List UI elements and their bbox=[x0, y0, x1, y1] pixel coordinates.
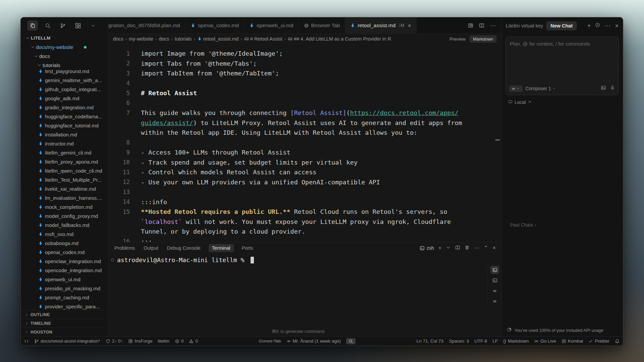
history-icon[interactable] bbox=[595, 22, 600, 29]
notifications[interactable] bbox=[615, 339, 620, 344]
litellm-status[interactable]: litellm bbox=[158, 339, 169, 344]
more-actions-icon[interactable]: ⋯ bbox=[604, 23, 610, 29]
terminal-body[interactable]: astrodevil@Astro-Mac-mini litellm % ⌘K t… bbox=[108, 254, 501, 336]
remote-indicator[interactable] bbox=[24, 339, 29, 344]
editor-tab[interactable]: retool_assist.md↓M× bbox=[345, 17, 416, 34]
sidebar-section-houston[interactable]: HOUSTON bbox=[21, 327, 108, 336]
terminal-tab-ports[interactable]: Ports bbox=[241, 244, 254, 252]
tree-file-item[interactable]: openweb_ui.md bbox=[21, 275, 108, 284]
go-live[interactable]: Go Live bbox=[534, 339, 556, 344]
activity-search-icon[interactable] bbox=[43, 20, 53, 31]
tree-folder[interactable]: docs bbox=[21, 52, 108, 61]
code-editor[interactable]: 1import Image from '@theme/IdealImage';2… bbox=[108, 44, 501, 242]
tree-file-item[interactable]: gemini_realtime_with_a... bbox=[21, 76, 108, 85]
tree-file-item[interactable]: lm_evaluation_harness.... bbox=[21, 193, 108, 202]
tree-file-item[interactable]: model_fallbacks.md bbox=[21, 221, 108, 230]
composer-selector[interactable]: Composer 1 bbox=[526, 86, 556, 91]
kombai[interactable]: Kombai bbox=[561, 339, 583, 344]
model-mode-selector[interactable]: ∞ bbox=[509, 85, 523, 92]
split-editor-icon[interactable] bbox=[455, 245, 460, 251]
trash-icon[interactable] bbox=[465, 245, 470, 251]
git-branch[interactable]: docs/retool-assist-integration* bbox=[34, 339, 100, 344]
insforge[interactable]: InsForge bbox=[128, 339, 152, 344]
infinity-icon[interactable]: ∞ bbox=[490, 297, 499, 305]
encoding[interactable]: UTF-8 bbox=[474, 339, 487, 344]
tree-file-item[interactable]: huggingface_codellama... bbox=[21, 112, 108, 121]
tree-file-item[interactable]: provider_specific_para... bbox=[21, 302, 108, 310]
editor-tab[interactable]: Browser Tab bbox=[299, 17, 345, 34]
new-chat-plus-icon[interactable]: + bbox=[587, 23, 591, 29]
tree-file-item[interactable]: gradio_integration.md bbox=[21, 103, 108, 112]
terminal-tab-terminal[interactable]: Terminal bbox=[209, 244, 234, 252]
breadcrumb-item[interactable]: retool_assist.md bbox=[197, 36, 239, 42]
new-terminal-icon[interactable]: + bbox=[438, 245, 441, 251]
tree-file-item[interactable]: msft_sso.md bbox=[21, 230, 108, 239]
infinity-icon[interactable]: ∞ bbox=[490, 287, 499, 295]
chat-input[interactable]: Plan, @ for context, / for commands ∞ Co… bbox=[505, 37, 619, 95]
eol[interactable]: LF bbox=[492, 339, 498, 344]
terminal-tab-debug-console[interactable]: Debug Console bbox=[166, 244, 201, 252]
sidebar-section-outline[interactable]: OUTLINE bbox=[21, 310, 108, 319]
problems-warnings[interactable]: 0 bbox=[189, 339, 198, 344]
search-toggle[interactable] bbox=[346, 338, 356, 344]
language-mode-badge[interactable]: Markdown bbox=[470, 36, 496, 43]
git-sync[interactable]: 2↓ 0↑ bbox=[106, 339, 123, 344]
more-actions-icon[interactable]: ⋯ bbox=[474, 245, 479, 251]
activity-extensions-icon[interactable] bbox=[73, 20, 83, 31]
tree-file-item[interactable]: openai_codex.md bbox=[21, 248, 108, 257]
tree-file-item[interactable]: instructor.md bbox=[21, 139, 108, 148]
activity-source-control-icon[interactable] bbox=[58, 20, 68, 31]
chevron-down-icon[interactable] bbox=[446, 245, 451, 251]
tree-file-item[interactable]: litellm_qwen_code_cli.md bbox=[21, 166, 108, 175]
terminal-icon[interactable] bbox=[490, 266, 499, 274]
terminal-tab-output[interactable]: Output bbox=[143, 244, 159, 252]
activity-chevron-down-icon[interactable] bbox=[88, 20, 98, 31]
close-panel-icon[interactable]: × bbox=[493, 245, 496, 251]
split-editor-icon[interactable] bbox=[479, 23, 484, 28]
shell-selector[interactable]: zsh bbox=[420, 245, 434, 251]
prettier[interactable]: Prettier bbox=[588, 339, 609, 344]
chat-tab-previous[interactable]: Litellm virtual key bbox=[506, 23, 543, 28]
tree-file-item[interactable]: litellm_Test_Multiple_Pr... bbox=[21, 175, 108, 184]
terminal-tab-problems[interactable]: Problems bbox=[114, 244, 136, 252]
tree-file-item[interactable]: mock_completion.md bbox=[21, 202, 108, 212]
cursor-tab-toggle[interactable]: Cursor Tab bbox=[259, 339, 281, 344]
tree-file-item[interactable]: prompt_caching.md bbox=[21, 293, 108, 302]
tree-file-item[interactable]: livekit_xai_realtime.md bbox=[21, 184, 108, 193]
breadcrumb-item[interactable]: docs bbox=[159, 36, 169, 42]
git-blame[interactable]: Mr. Ånand (1 week ago) bbox=[286, 339, 341, 344]
sidebar-section-timeline[interactable]: TIMELINE bbox=[21, 319, 108, 327]
open-preview-icon[interactable] bbox=[468, 23, 473, 28]
editor-tab[interactable]: openweb_ui.md bbox=[244, 17, 299, 34]
tree-file-item[interactable]: opencode_integration.md bbox=[21, 266, 108, 275]
breadcrumb-item[interactable]: tutorials bbox=[175, 36, 192, 42]
agent-location-selector[interactable]: Local bbox=[508, 100, 623, 105]
tree-file-item[interactable]: github_copilot_integrati... bbox=[21, 85, 108, 94]
breadcrumb-item[interactable]: my-website bbox=[129, 36, 153, 42]
tree-folder[interactable]: docs/my-website bbox=[21, 43, 108, 52]
indentation[interactable]: Spaces: 3 bbox=[449, 339, 469, 344]
editor-tab[interactable]: gration_doc_d075fd58.plan.md bbox=[108, 17, 185, 34]
breadcrumb-item[interactable]: ## 4. Add LiteLLM as a Custom Provider i… bbox=[288, 36, 391, 42]
tree-folder[interactable]: tutorials bbox=[21, 61, 108, 70]
language-mode[interactable]: {}Markdown bbox=[503, 339, 529, 344]
problems-errors[interactable]: 0 bbox=[175, 339, 184, 344]
chat-tab-new-chat[interactable]: New Chat bbox=[546, 21, 577, 30]
tree-file-item[interactable]: litellm_proxy_aporia.md bbox=[21, 157, 108, 166]
tree-file-item[interactable]: oobabooga.md bbox=[21, 239, 108, 248]
tree-file-item[interactable]: openclaw_integration.md bbox=[21, 257, 108, 266]
breadcrumb-item[interactable]: docs bbox=[113, 36, 123, 42]
close-icon[interactable]: × bbox=[408, 23, 411, 28]
breadcrumb-item[interactable]: # Retool Assist bbox=[244, 36, 282, 42]
tree-file-item[interactable]: first_playground.md bbox=[21, 70, 108, 76]
explorer-root[interactable]: LITELLM bbox=[21, 34, 108, 43]
past-chats[interactable]: Past Chats › bbox=[510, 222, 536, 228]
editor-tab[interactable]: openai_codex.md bbox=[185, 17, 244, 34]
tree-file-item[interactable]: installation.md bbox=[21, 130, 108, 139]
terminal-icon[interactable] bbox=[490, 276, 499, 284]
tree-file-item[interactable]: google_adk.md bbox=[21, 94, 108, 103]
image-attach-icon[interactable] bbox=[601, 85, 606, 92]
cursor-position[interactable]: Ln 71, Col 73 bbox=[417, 339, 443, 344]
maximize-panel-icon[interactable]: ⌃ bbox=[484, 245, 488, 251]
more-actions-icon[interactable]: ⋯ bbox=[490, 22, 496, 29]
